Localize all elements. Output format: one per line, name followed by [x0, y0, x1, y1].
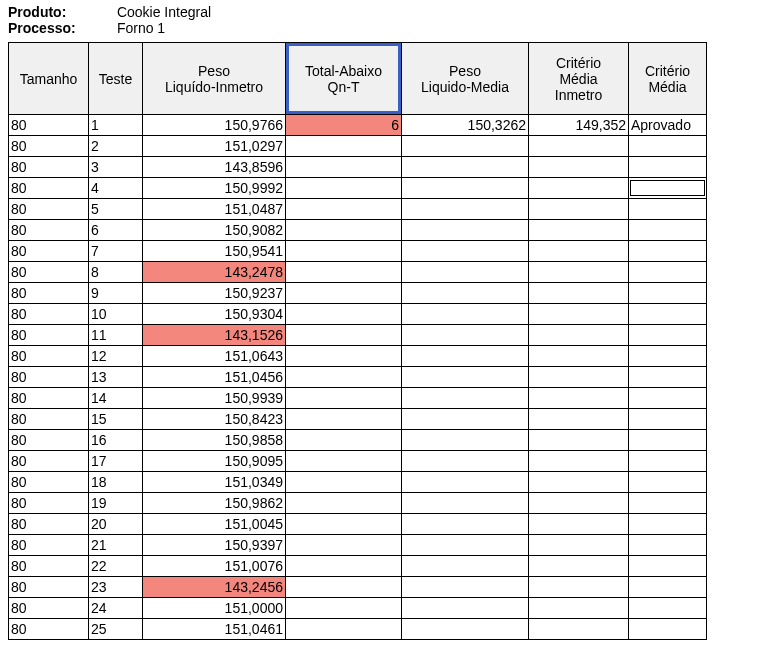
cell-total-abaixo-qnt [286, 262, 402, 283]
cell-peso-liq-inmetro: 150,9237 [143, 283, 286, 304]
cell-total-abaixo-qnt [286, 283, 402, 304]
cell-crit-media [629, 157, 707, 178]
cell-teste: 20 [89, 514, 143, 535]
header-total-abaixo-qnt[interactable]: Total-AbaixoQn-T [286, 43, 402, 115]
cell-peso-liq-media [402, 136, 529, 157]
cell-peso-liq-media [402, 472, 529, 493]
cell-tamanho: 80 [9, 325, 89, 346]
cell-teste: 16 [89, 430, 143, 451]
cell-total-abaixo-qnt [286, 199, 402, 220]
cell-peso-liq-media [402, 325, 529, 346]
cell-tamanho: 80 [9, 304, 89, 325]
table-row: 802151,0297 [9, 136, 707, 157]
cell-crit-media-inmetro [529, 262, 629, 283]
cell-crit-media [629, 241, 707, 262]
header-teste: Teste [89, 43, 143, 115]
cell-crit-media-inmetro [529, 178, 629, 199]
table-row: 805151,0487 [9, 199, 707, 220]
table-row: 809150,9237 [9, 283, 707, 304]
cell-peso-liq-media [402, 556, 529, 577]
cell-peso-liq-media [402, 178, 529, 199]
cell-total-abaixo-qnt [286, 409, 402, 430]
table-row: 8013151,0456 [9, 367, 707, 388]
cell-crit-media-inmetro [529, 136, 629, 157]
cell-crit-media [629, 556, 707, 577]
cell-tamanho: 80 [9, 430, 89, 451]
cell-crit-media [629, 199, 707, 220]
cell-tamanho: 80 [9, 367, 89, 388]
cell-crit-media-inmetro [529, 577, 629, 598]
product-value: Cookie Integral [117, 4, 211, 20]
cell-total-abaixo-qnt: 6 [286, 115, 402, 136]
cell-crit-media [629, 220, 707, 241]
table-row: 8011143,1526 [9, 325, 707, 346]
cell-crit-media [629, 514, 707, 535]
header-peso-liq-media: PesoLiquido-Media [402, 43, 529, 115]
data-table: Tamanho Teste PesoLiquído-Inmetro Total-… [8, 42, 707, 640]
header-tamanho: Tamanho [9, 43, 89, 115]
cell-total-abaixo-qnt [286, 514, 402, 535]
cell-crit-media-inmetro [529, 535, 629, 556]
cell-teste: 24 [89, 598, 143, 619]
cell-peso-liq-media [402, 241, 529, 262]
header-crit-media: CritérioMédia [629, 43, 707, 115]
cell-peso-liq-inmetro: 151,0045 [143, 514, 286, 535]
cell-total-abaixo-qnt [286, 325, 402, 346]
cell-crit-media [629, 346, 707, 367]
cell-total-abaixo-qnt [286, 157, 402, 178]
cell-peso-liq-media [402, 220, 529, 241]
cell-tamanho: 80 [9, 199, 89, 220]
cell-total-abaixo-qnt [286, 451, 402, 472]
cell-peso-liq-inmetro: 143,8596 [143, 157, 286, 178]
header-crit-media-inmetro: CritérioMédiaInmetro [529, 43, 629, 115]
cell-crit-media [629, 535, 707, 556]
cell-peso-liq-media [402, 409, 529, 430]
cell-total-abaixo-qnt [286, 598, 402, 619]
table-row: 803143,8596 [9, 157, 707, 178]
table-row: 8021150,9397 [9, 535, 707, 556]
cell-total-abaixo-qnt [286, 535, 402, 556]
cell-tamanho: 80 [9, 514, 89, 535]
cell-teste: 6 [89, 220, 143, 241]
cell-crit-media [629, 409, 707, 430]
cell-crit-media [629, 619, 707, 640]
cell-crit-media-inmetro [529, 409, 629, 430]
header-peso-liq-inmetro: PesoLiquído-Inmetro [143, 43, 286, 115]
cell-total-abaixo-qnt [286, 388, 402, 409]
header-row: Tamanho Teste PesoLiquído-Inmetro Total-… [9, 43, 707, 115]
cell-tamanho: 80 [9, 619, 89, 640]
cell-peso-liq-media [402, 304, 529, 325]
cell-peso-liq-media [402, 493, 529, 514]
cell-total-abaixo-qnt [286, 430, 402, 451]
cell-crit-media [629, 430, 707, 451]
cell-crit-media [629, 304, 707, 325]
cell-peso-liq-inmetro: 150,9862 [143, 493, 286, 514]
cell-crit-media [629, 598, 707, 619]
cell-tamanho: 80 [9, 115, 89, 136]
cell-total-abaixo-qnt [286, 367, 402, 388]
cell-total-abaixo-qnt [286, 556, 402, 577]
cell-total-abaixo-qnt [286, 241, 402, 262]
cell-crit-media [629, 283, 707, 304]
cell-tamanho: 80 [9, 220, 89, 241]
cell-tamanho: 80 [9, 493, 89, 514]
cell-teste: 2 [89, 136, 143, 157]
cell-crit-media-inmetro [529, 388, 629, 409]
cell-crit-media-inmetro [529, 493, 629, 514]
cell-teste: 5 [89, 199, 143, 220]
table-row: 8017150,9095 [9, 451, 707, 472]
cell-peso-liq-inmetro: 150,9397 [143, 535, 286, 556]
cell-peso-liq-inmetro: 150,9992 [143, 178, 286, 199]
cell-peso-liq-media [402, 514, 529, 535]
cell-peso-liq-inmetro: 151,0487 [143, 199, 286, 220]
cell-peso-liq-media [402, 451, 529, 472]
cell-tamanho: 80 [9, 472, 89, 493]
cell-teste: 1 [89, 115, 143, 136]
process-label: Processo: [8, 20, 113, 36]
cell-crit-media [629, 178, 707, 199]
cell-total-abaixo-qnt [286, 178, 402, 199]
cell-teste: 21 [89, 535, 143, 556]
cell-teste: 15 [89, 409, 143, 430]
cell-peso-liq-inmetro: 151,0643 [143, 346, 286, 367]
cell-crit-media-inmetro [529, 346, 629, 367]
